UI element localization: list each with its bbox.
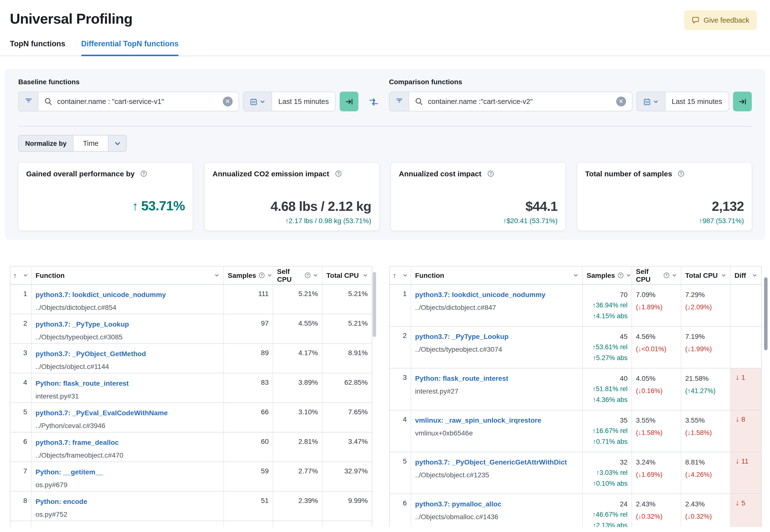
- table-row: 3python3.7: _PyObject_GetMethod../Object…: [10, 344, 372, 373]
- baseline-query-input[interactable]: container.name : "cart-service-v1": [57, 98, 218, 105]
- function-cell: vmlinux: _raw_spin_unlock_irqrestorevmli…: [411, 410, 583, 452]
- comparison-clear-query-button[interactable]: ✕: [616, 97, 626, 106]
- function-link[interactable]: Python: flask_route_interest: [35, 378, 219, 388]
- table-row: 8Python: encodeos.py#752512.39%9.99%: [10, 492, 372, 521]
- baseline-table-scrollbar[interactable]: [373, 272, 376, 337]
- svg-text:?: ?: [337, 172, 340, 176]
- baseline-functions-label: Baseline functions: [18, 78, 358, 86]
- samples-column-header[interactable]: Samples ?: [583, 266, 632, 284]
- function-source: ../Objects/object.c#1235: [415, 470, 578, 480]
- rank-diff-value: 5: [739, 499, 745, 507]
- comparison-table-scrollbar[interactable]: [764, 277, 768, 350]
- comparison-query-input[interactable]: container.name :"cart-service-v2": [428, 98, 611, 105]
- card-cost-impact: Annualized cost impact ? $44.1 ↑$20.41 (…: [391, 163, 566, 231]
- table-row: 2python3.7: _PyType_Lookup../Objects/typ…: [390, 327, 761, 368]
- comparison-filter-button[interactable]: [390, 92, 409, 111]
- self-cpu-value: 4.05%(↓0.16%): [632, 368, 681, 410]
- self-cpu-delta: (↓<0.01%): [636, 344, 677, 355]
- function-link[interactable]: vmlinux: _raw_spin_unlock_irqrestore: [415, 415, 578, 425]
- row-rank: 8: [10, 492, 32, 521]
- samples-abs-delta: ↑0.10% abs: [587, 478, 628, 489]
- function-link[interactable]: Python: __getitem__: [35, 467, 219, 477]
- question-icon[interactable]: ?: [335, 170, 341, 177]
- card-total-samples: Total number of samples ? 2,132 ↑987 (53…: [577, 163, 752, 231]
- samples-count: 24: [587, 499, 628, 509]
- self-cpu-pct: 4.56%: [636, 331, 677, 342]
- function-link[interactable]: python3.7: frame_dealloc: [35, 437, 219, 447]
- baseline-clear-query-button[interactable]: ✕: [222, 97, 232, 106]
- comparison-calendar-button[interactable]: [637, 92, 665, 111]
- normalize-by-control: Normalize by Time: [18, 135, 127, 152]
- self-cpu-column-header[interactable]: Self CPU ?: [273, 266, 322, 284]
- table-row: 5python3.7: _PyEval_EvalCodeWithName../P…: [10, 403, 372, 432]
- function-column-header[interactable]: Function: [411, 266, 583, 284]
- table-row: 1python3.7: lookdict_unicode_nodummy../O…: [10, 285, 372, 314]
- baseline-filter-button[interactable]: [19, 92, 38, 111]
- samples-value: 60: [224, 432, 273, 462]
- baseline-time-range[interactable]: Last 15 minutes: [272, 92, 335, 111]
- total-cpu-column-header[interactable]: Total CPU: [681, 266, 731, 284]
- tab-topn-functions[interactable]: TopN functions: [10, 39, 65, 56]
- svg-text:?: ?: [306, 273, 309, 277]
- total-cpu-delta: (↓1.99%): [685, 344, 726, 355]
- samples-column-header[interactable]: Samples ?: [224, 266, 273, 284]
- rank-column-header[interactable]: ↑: [390, 266, 411, 284]
- function-link[interactable]: python3.7: _PyObject_GetMethod: [35, 349, 219, 359]
- samples-value: 45↑53.61% rel↑5.27% abs: [583, 327, 632, 368]
- baseline-refresh-button[interactable]: [340, 92, 358, 111]
- function-link[interactable]: python3.7: lookdict_unicode_nodummy: [35, 290, 219, 299]
- question-icon[interactable]: ?: [140, 170, 147, 177]
- function-link[interactable]: python3.7: _PyObject_GenericGetAttrWithD…: [415, 457, 578, 467]
- question-icon[interactable]: ?: [487, 170, 494, 177]
- baseline-calendar-button[interactable]: [243, 92, 272, 111]
- function-link[interactable]: python3.7: _PyType_Lookup: [35, 319, 219, 329]
- function-link[interactable]: python3.7: _PyEval_EvalCodeWithName: [35, 408, 219, 418]
- submit-query-icon: [345, 97, 353, 106]
- total-cpu-delta: (↓0.32%): [685, 511, 726, 522]
- card-value: 2,132: [585, 199, 744, 214]
- function-link[interactable]: python3.7: pymalloc_alloc: [415, 499, 578, 509]
- normalize-by-dropdown-button[interactable]: [108, 135, 126, 151]
- self-cpu-pct: 7.09%: [636, 289, 677, 300]
- function-link[interactable]: python3.7: _PyDict_LoadGlobal: [35, 526, 219, 527]
- question-icon[interactable]: ?: [678, 170, 685, 177]
- calendar-icon: [250, 98, 257, 105]
- samples-value: 32↑3.03% rel↑0.10% abs: [583, 452, 632, 494]
- samples-abs-delta: ↑5.27% abs: [587, 353, 628, 364]
- self-cpu-pct: 3.24%: [636, 457, 677, 467]
- function-source: ../Objects/typeobject.c#3074: [415, 344, 578, 354]
- diff-column-header[interactable]: Diff: [731, 266, 761, 284]
- function-link[interactable]: Python: flask_route_interest: [415, 373, 578, 383]
- chevron-down-icon: [267, 273, 272, 278]
- samples-value: 70↑36.94% rel↑4.15% abs: [583, 285, 632, 326]
- samples-rel-delta: ↑46.67% rel: [587, 509, 628, 520]
- samples-value: 111: [224, 285, 273, 314]
- function-link[interactable]: Python: encode: [35, 497, 219, 506]
- function-link[interactable]: python3.7: lookdict_unicode_nodummy: [415, 290, 578, 299]
- table-row: 4vmlinux: _raw_spin_unlock_irqrestorevml…: [390, 410, 761, 452]
- self-cpu-column-header[interactable]: Self CPU ?: [632, 266, 681, 284]
- row-rank: 6: [10, 432, 32, 462]
- comparison-time-range[interactable]: Last 15 minutes: [665, 92, 729, 111]
- normalize-by-value[interactable]: Time: [73, 135, 108, 151]
- self-cpu-value: 3.24%(↓1.69%): [632, 452, 681, 494]
- comparison-refresh-button[interactable]: [733, 92, 752, 111]
- self-cpu-value: 4.55%: [273, 314, 322, 343]
- function-link[interactable]: python3.7: _PyType_Lookup: [415, 332, 578, 341]
- delta-up-icon: ↑: [132, 199, 141, 213]
- total-cpu-pct: 7.19%: [685, 331, 726, 342]
- rank-diff-down-icon: ↓: [736, 457, 739, 465]
- total-cpu-pct: 7.29%: [685, 289, 726, 300]
- function-cell: python3.7: _PyObject_GetMethod../Objects…: [32, 344, 224, 373]
- normalize-by-label: Normalize by: [19, 135, 73, 151]
- samples-count: 45: [587, 331, 628, 342]
- function-column-header[interactable]: Function: [32, 266, 224, 284]
- total-cpu-column-header[interactable]: Total CPU: [322, 266, 372, 284]
- tab-differential-topn-functions[interactable]: Differential TopN functions: [81, 39, 179, 56]
- give-feedback-button[interactable]: Give feedback: [685, 10, 757, 30]
- samples-value: 35↑16.67% rel↑0.71% abs: [583, 410, 632, 452]
- rank-column-header[interactable]: ↑: [10, 266, 32, 284]
- total-cpu-value: 3.55%(↓1.58%): [681, 410, 731, 452]
- total-cpu-value: 21.58%(↑41.27%): [681, 368, 731, 410]
- samples-count: 70: [587, 289, 628, 300]
